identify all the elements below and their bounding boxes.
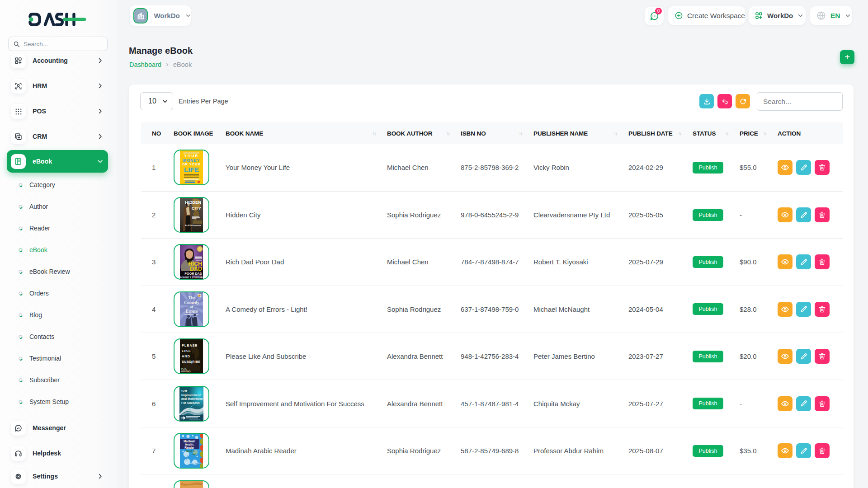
svg-text:PETE: PETE [181,368,187,370]
svg-text:MONEY: MONEY [183,158,200,163]
svg-text:Reader: Reader [184,446,194,449]
svg-text:Dr. V. Abdur Rahim: Dr. V. Abdur Rahim [185,462,202,464]
svg-text:Book 1: Book 1 [186,450,194,452]
svg-text:LIKE: LIKE [182,349,191,353]
svg-text:YOUR: YOUR [184,154,198,158]
svg-text:and Motivation: and Motivation [181,397,203,400]
svg-text:Comedy: Comedy [184,300,199,305]
svg-text:of: of [190,305,193,309]
svg-text:SUBS(RIBE: SUBS(RIBE [182,360,200,364]
svg-text:LIFE: LIFE [184,166,199,174]
svg-text:Madinah: Madinah [184,440,195,443]
svg-text:By M G Lawrence: By M G Lawrence [185,224,201,226]
svg-text:Arabic: Arabic [185,443,194,446]
svg-text:CITY: CITY [192,206,202,211]
svg-text:The: The [188,296,195,300]
svg-text:PLEASE: PLEASE [182,343,198,347]
svg-text:ROBERT T. KIYOSAKI: ROBERT T. KIYOSAKI [180,276,203,279]
svg-text:Self: Self [181,389,187,393]
svg-text:Improvement: Improvement [181,393,201,397]
svg-text:For Success: For Success [181,401,200,404]
svg-text:BERTINO: BERTINO [181,371,191,373]
svg-text:HIDDEN: HIDDEN [185,200,201,205]
svg-text:AND: AND [182,354,190,358]
svg-text:Errors: Errors [186,309,198,313]
svg-text:POOR DAD: POOR DAD [184,272,202,276]
